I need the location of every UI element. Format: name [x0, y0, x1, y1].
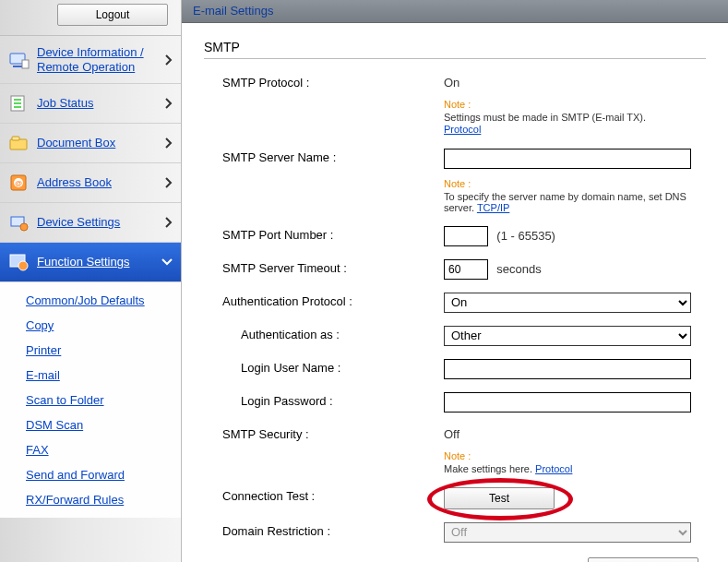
folder-icon	[7, 133, 31, 153]
nav-label: Address Book	[37, 175, 112, 190]
smtp-protocol-value: On	[444, 74, 706, 90]
row-smtp-port: SMTP Port Number : (1 - 65535)	[204, 226, 706, 246]
note-label: Note :	[444, 99, 706, 110]
label: SMTP Security :	[204, 425, 444, 441]
sub-copy[interactable]: Copy	[26, 313, 181, 338]
sub-email[interactable]: E-mail	[26, 363, 181, 388]
nav-label: Function Settings	[37, 255, 129, 269]
auth-as-select[interactable]: Other	[444, 326, 691, 346]
sub-rx-forward-rules[interactable]: RX/Forward Rules	[26, 487, 181, 512]
domain-restriction-select: Off	[444, 522, 691, 543]
logout-button[interactable]: Logout	[57, 4, 168, 26]
row-auth-protocol: Authentication Protocol : On	[204, 293, 706, 313]
sub-scan-to-folder[interactable]: Scan to Folder	[26, 388, 181, 413]
address-book-icon: @	[7, 173, 31, 193]
nav-label: Device Information / Remote Operation	[37, 45, 157, 74]
row-auth-as: Authentication as : Other	[204, 326, 706, 346]
nav-device-information[interactable]: Device Information / Remote Operation	[0, 35, 181, 83]
port-range: (1 - 65535)	[496, 229, 555, 243]
nav-job-status[interactable]: Job Status	[0, 83, 181, 123]
row-login-pass: Login Password :	[204, 392, 706, 413]
chevron-right-icon	[164, 54, 173, 66]
protocol-link-2[interactable]: Protocol	[535, 463, 572, 474]
svg-rect-1	[13, 66, 22, 67]
domain-list-button[interactable]: Domain List	[588, 557, 698, 562]
protocol-link[interactable]: Protocol	[444, 124, 481, 135]
section-title: SMTP	[204, 40, 706, 54]
row-domain-restriction: Domain Restriction : Off Domain List	[204, 522, 706, 562]
sub-fax[interactable]: FAX	[26, 437, 181, 462]
document-stack-icon	[7, 93, 31, 114]
row-login-user: Login User Name :	[204, 359, 706, 379]
smtp-security-value: Off	[444, 425, 706, 441]
nav-document-box[interactable]: Document Box	[0, 123, 181, 162]
label: SMTP Port Number :	[204, 226, 444, 242]
section-divider	[204, 58, 706, 59]
connection-test-button[interactable]: Test	[444, 487, 555, 509]
note-text: Make settings here. Protocol	[444, 463, 706, 474]
chevron-down-icon	[161, 257, 173, 267]
svg-rect-2	[22, 60, 29, 68]
label: SMTP Server Name :	[204, 149, 444, 164]
smtp-server-name-input[interactable]	[444, 149, 691, 169]
sub-send-and-forward[interactable]: Send and Forward	[26, 462, 181, 487]
svg-rect-7	[10, 139, 27, 149]
smtp-port-input[interactable]	[444, 226, 488, 246]
row-smtp-protocol: SMTP Protocol : On Note : Settings must …	[204, 74, 706, 136]
login-password-input[interactable]	[444, 392, 691, 413]
label: SMTP Protocol :	[204, 74, 444, 90]
page-header: E-mail Settings	[182, 0, 728, 23]
chevron-right-icon	[164, 176, 173, 189]
svg-point-13	[20, 223, 28, 231]
nav-device-settings[interactable]: Device Settings	[0, 202, 181, 242]
sidebar: Logout Device Information / Remote Opera…	[0, 0, 182, 562]
row-smtp-security: SMTP Security : Off Note : Make settings…	[204, 425, 706, 474]
smtp-timeout-input[interactable]	[444, 259, 488, 280]
tcpip-link[interactable]: TCP/IP	[477, 202, 509, 213]
timeout-unit: seconds	[496, 262, 541, 276]
note-label: Note :	[444, 178, 706, 189]
note-text: To specify the server name by domain nam…	[444, 191, 706, 213]
gear-icon	[7, 252, 31, 272]
label: Domain Restriction :	[204, 522, 444, 538]
row-smtp-server-name: SMTP Server Name : Note : To specify the…	[204, 149, 706, 213]
sub-printer[interactable]: Printer	[26, 338, 181, 363]
printer-gear-icon	[7, 212, 31, 233]
page-title: E-mail Settings	[193, 4, 273, 18]
nav-label: Document Box	[37, 136, 115, 150]
label: Connection Test :	[204, 487, 444, 503]
chevron-right-icon	[164, 97, 173, 110]
auth-protocol-select[interactable]: On	[444, 293, 691, 313]
note-label: Note :	[444, 450, 706, 461]
sub-common-job-defaults[interactable]: Common/Job Defaults	[26, 288, 181, 313]
logout-area: Logout	[0, 4, 181, 35]
label: Login Password :	[204, 392, 444, 408]
nav-function-settings[interactable]: Function Settings	[0, 242, 181, 281]
nav-address-book[interactable]: @ Address Book	[0, 162, 181, 202]
function-settings-submenu: Common/Job Defaults Copy Printer E-mail …	[0, 281, 181, 518]
chevron-right-icon	[164, 137, 173, 149]
main-area: E-mail Settings SMTP SMTP Protocol : On …	[182, 0, 728, 562]
label: SMTP Server Timeout :	[204, 259, 444, 275]
nav-label: Device Settings	[37, 215, 120, 230]
label: Authentication as :	[204, 326, 444, 341]
nav-list: Device Information / Remote Operation Jo…	[0, 35, 181, 518]
row-connection-test: Connection Test : Test	[204, 487, 706, 509]
label: Authentication Protocol :	[204, 293, 444, 308]
chevron-right-icon	[164, 216, 173, 229]
svg-point-15	[18, 261, 28, 270]
sub-dsm-scan[interactable]: DSM Scan	[26, 413, 181, 437]
monitor-icon	[7, 50, 31, 70]
nav-label: Job Status	[37, 96, 93, 111]
note-text: Settings must be made in SMTP (E-mail TX…	[444, 112, 706, 123]
login-user-input[interactable]	[444, 359, 691, 379]
content: SMTP SMTP Protocol : On Note : Settings …	[182, 23, 728, 562]
svg-text:@: @	[15, 179, 22, 187]
row-smtp-timeout: SMTP Server Timeout : seconds	[204, 259, 706, 280]
label: Login User Name :	[204, 359, 444, 375]
svg-rect-8	[12, 137, 19, 140]
